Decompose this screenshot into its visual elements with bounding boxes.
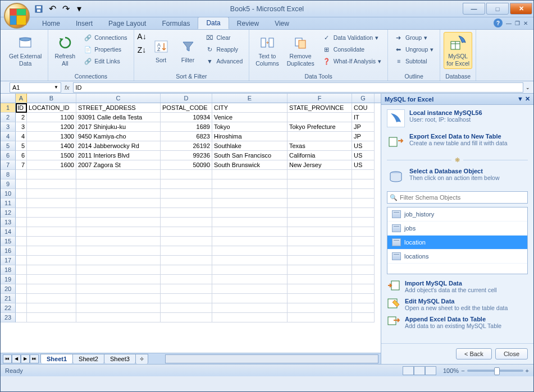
row-header[interactable]: 18 xyxy=(1,265,16,275)
col-header-b[interactable]: B xyxy=(27,94,76,103)
horizontal-scrollbar[interactable] xyxy=(165,354,378,363)
row-header[interactable]: 5 xyxy=(1,141,16,151)
cell[interactable]: California xyxy=(287,151,352,160)
cell[interactable]: 2 xyxy=(16,113,27,122)
cell[interactable] xyxy=(76,284,161,294)
cell[interactable] xyxy=(212,208,287,218)
row-header[interactable]: 17 xyxy=(1,256,16,265)
cell[interactable] xyxy=(212,199,287,208)
help-icon[interactable]: ? xyxy=(494,19,503,27)
cell[interactable] xyxy=(161,189,212,199)
close-button[interactable]: ✕ xyxy=(510,3,532,15)
cell[interactable] xyxy=(16,256,27,265)
row-header[interactable]: 15 xyxy=(1,237,16,246)
cell[interactable]: 1300 xyxy=(27,132,76,141)
expand-formula-bar-icon[interactable]: ⌄ xyxy=(526,85,530,90)
cell[interactable] xyxy=(287,227,352,237)
cell[interactable] xyxy=(16,294,27,303)
normal-view-button[interactable] xyxy=(403,366,414,375)
cell[interactable] xyxy=(16,227,27,237)
cell[interactable] xyxy=(352,227,375,237)
cell[interactable]: Tokyo Prefecture xyxy=(287,122,352,132)
cell[interactable] xyxy=(161,199,212,208)
cell[interactable] xyxy=(76,199,161,208)
cell[interactable] xyxy=(27,275,76,284)
cell[interactable] xyxy=(287,246,352,256)
zoom-slider[interactable] xyxy=(467,370,523,372)
ungroup-button[interactable]: ⬅Ungroup▾ xyxy=(391,44,436,55)
cell[interactable] xyxy=(76,275,161,284)
cell[interactable] xyxy=(352,218,375,227)
cell[interactable]: 9450 Kamiya-cho xyxy=(76,132,161,141)
cell[interactable] xyxy=(16,218,27,227)
cell[interactable] xyxy=(27,199,76,208)
cell[interactable] xyxy=(212,179,287,189)
name-box[interactable]: A1▼ xyxy=(10,82,61,93)
row-header[interactable]: 21 xyxy=(1,294,16,303)
cell[interactable] xyxy=(161,294,212,303)
cell[interactable] xyxy=(161,237,212,246)
maximize-button[interactable]: □ xyxy=(486,3,509,15)
cell[interactable] xyxy=(161,246,212,256)
row-header[interactable]: 9 xyxy=(1,179,16,189)
first-sheet-button[interactable]: ⏮ xyxy=(3,354,12,363)
reapply-button[interactable]: ↻Reapply xyxy=(203,44,246,55)
cell[interactable] xyxy=(352,284,375,294)
cell[interactable] xyxy=(16,265,27,275)
filter-button[interactable]: Filter xyxy=(176,32,200,69)
connections-button[interactable]: 🔗Connections xyxy=(80,32,130,43)
refresh-all-button[interactable]: Refresh All xyxy=(52,32,78,69)
worksheet-grid[interactable]: 1IDLOCATION_IDSTREET_ADDRESSPOSTAL_CODEC… xyxy=(1,103,381,353)
cell[interactable] xyxy=(287,303,352,313)
fx-icon[interactable]: fx xyxy=(65,84,70,91)
cell[interactable] xyxy=(16,189,27,199)
qat-dropdown-icon[interactable]: ▾ xyxy=(74,3,85,15)
cell[interactable] xyxy=(352,179,375,189)
row-header[interactable]: 13 xyxy=(1,218,16,227)
cell[interactable] xyxy=(212,256,287,265)
tab-home[interactable]: Home xyxy=(34,18,68,29)
import-action[interactable]: Import MySQL Data Add object's data at t… xyxy=(387,280,528,293)
tab-page-layout[interactable]: Page Layout xyxy=(101,18,154,29)
row-header[interactable]: 3 xyxy=(1,122,16,132)
cell[interactable]: IT xyxy=(352,113,375,122)
cell[interactable] xyxy=(16,170,27,179)
cell[interactable]: 4 xyxy=(16,132,27,141)
col-header-a[interactable]: A xyxy=(16,94,27,103)
back-button[interactable]: < Back xyxy=(456,348,492,359)
cell[interactable]: JP xyxy=(352,122,375,132)
cell[interactable] xyxy=(212,303,287,313)
cell[interactable]: 1100 xyxy=(27,113,76,122)
next-sheet-button[interactable]: ▶ xyxy=(21,354,30,363)
formula-bar[interactable]: ID xyxy=(73,82,523,93)
cell[interactable] xyxy=(161,256,212,265)
cell[interactable]: 1400 xyxy=(27,141,76,151)
cell[interactable] xyxy=(212,227,287,237)
advanced-button[interactable]: ▼Advanced xyxy=(203,56,246,67)
cell[interactable] xyxy=(27,170,76,179)
cell[interactable] xyxy=(16,208,27,218)
select-all-corner[interactable] xyxy=(1,94,16,103)
row-header[interactable]: 10 xyxy=(1,189,16,199)
cell[interactable] xyxy=(76,170,161,179)
row-header[interactable]: 8 xyxy=(1,170,16,179)
close-workbook-icon[interactable]: ✕ xyxy=(523,20,528,26)
cell[interactable] xyxy=(76,218,161,227)
cell[interactable] xyxy=(76,265,161,275)
cell[interactable] xyxy=(16,275,27,284)
row-header[interactable]: 4 xyxy=(1,132,16,141)
schema-search[interactable]: 🔍 xyxy=(387,191,528,204)
edit-links-button[interactable]: 🔗Edit Links xyxy=(80,56,130,67)
schema-object-item[interactable]: location xyxy=(387,236,527,250)
cell[interactable] xyxy=(27,313,76,322)
cell[interactable]: 5 xyxy=(16,141,27,151)
search-input[interactable] xyxy=(400,194,525,201)
cell[interactable]: US xyxy=(352,151,375,160)
cell[interactable]: Texas xyxy=(287,141,352,151)
cell[interactable] xyxy=(352,265,375,275)
cell[interactable] xyxy=(76,227,161,237)
cell[interactable]: ID xyxy=(16,103,27,113)
tab-view[interactable]: View xyxy=(267,18,297,29)
cell[interactable] xyxy=(287,132,352,141)
cell[interactable] xyxy=(212,275,287,284)
